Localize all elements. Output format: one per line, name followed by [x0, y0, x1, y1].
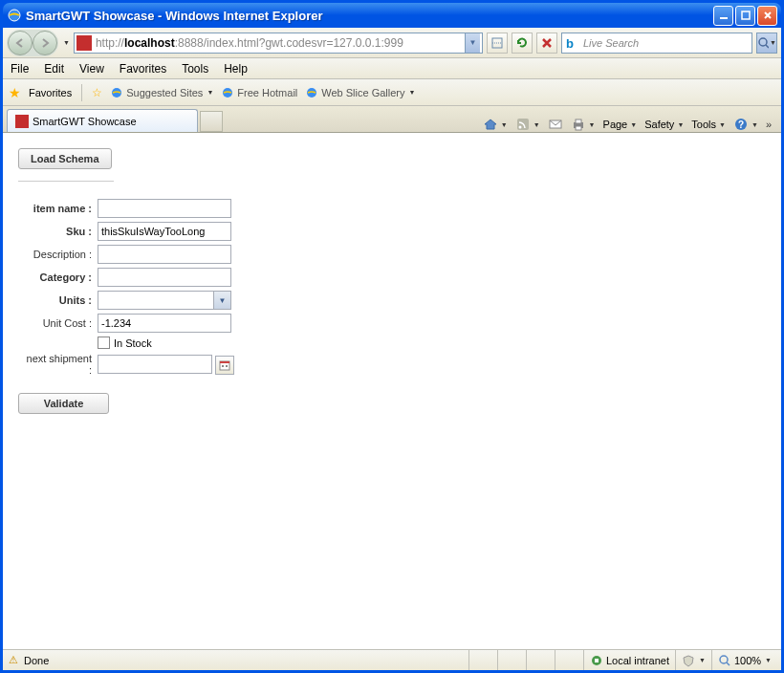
units-select[interactable]: ▼	[98, 291, 231, 310]
tools-menu[interactable]: Tools ▼	[691, 119, 726, 130]
print-button[interactable]: ▼	[571, 117, 596, 132]
chevron-down-icon: ▼	[751, 121, 758, 128]
bing-icon: b	[566, 36, 579, 50]
help-button[interactable]: ? ▼	[733, 117, 758, 132]
search-button[interactable]: ▼	[756, 33, 777, 54]
svg-rect-20	[226, 365, 228, 367]
free-hotmail-link[interactable]: Free Hotmail	[221, 86, 297, 99]
titlebar: SmartGWT Showcase - Windows Internet Exp…	[3, 3, 781, 28]
svg-text:b: b	[566, 36, 574, 50]
menu-edit[interactable]: Edit	[44, 62, 64, 76]
warning-icon: ⚠	[7, 654, 20, 667]
arrow-left-icon	[13, 36, 27, 50]
address-dropdown[interactable]: ▼	[465, 33, 480, 53]
svg-point-10	[518, 126, 521, 129]
help-icon: ?	[733, 117, 749, 132]
load-schema-button[interactable]: Load Schema	[18, 148, 112, 169]
maximize-button[interactable]	[735, 6, 755, 26]
chevron-down-icon: ▼	[765, 657, 772, 663]
svg-rect-14	[576, 126, 581, 130]
date-picker-button[interactable]	[215, 356, 234, 375]
home-button[interactable]: ▼	[483, 117, 508, 132]
chevron-down-icon: ▼	[699, 657, 706, 663]
zoom-control[interactable]: 100% ▼	[711, 650, 777, 670]
validate-button[interactable]: Validate	[18, 393, 109, 414]
status-segment	[526, 650, 555, 670]
magnifier-icon	[718, 654, 731, 667]
site-icon	[76, 35, 92, 51]
ie-small-icon	[305, 86, 318, 99]
stop-button[interactable]	[536, 33, 557, 54]
new-tab-button[interactable]	[200, 111, 223, 132]
menu-view[interactable]: View	[79, 62, 104, 76]
unit-cost-label: Unit Cost :	[18, 312, 95, 335]
nav-history-dropdown[interactable]: ▼	[63, 39, 70, 46]
suggested-sites-link[interactable]: Suggested Sites ▼	[110, 86, 213, 99]
tab-title: SmartGWT Showcase	[33, 116, 137, 127]
back-button[interactable]	[8, 31, 33, 55]
svg-rect-18	[220, 361, 229, 363]
read-mail-button[interactable]	[548, 117, 563, 132]
star-icon: ★	[9, 85, 21, 100]
page-content: Load Schema item name : Sku : Descriptio…	[3, 133, 781, 649]
search-box[interactable]: b Live Search	[561, 33, 752, 54]
status-bar: ⚠ Done Local intranet ▼ 100% ▼	[3, 649, 781, 670]
next-shipment-label: next shipment :	[18, 351, 95, 378]
intranet-icon	[590, 654, 603, 667]
status-segment	[497, 650, 526, 670]
arrow-right-icon	[38, 36, 52, 50]
tab-active[interactable]: SmartGWT Showcase	[7, 109, 198, 132]
magnifier-icon	[757, 36, 769, 50]
svg-text:?: ?	[738, 119, 744, 130]
overflow-chevron[interactable]: »	[766, 119, 772, 130]
chevron-down-icon: ▼	[409, 89, 416, 96]
compat-view-button[interactable]	[487, 33, 508, 54]
print-icon	[571, 117, 586, 132]
forward-button[interactable]	[33, 31, 57, 55]
chevron-down-icon: ▼	[719, 121, 726, 128]
sku-field[interactable]	[98, 222, 231, 241]
sku-label: Sku :	[18, 220, 95, 243]
nav-back-forward	[7, 30, 58, 56]
ie-small-icon	[221, 86, 234, 99]
status-text: ⚠ Done	[7, 654, 468, 667]
unit-cost-field[interactable]	[98, 314, 231, 333]
chevron-down-icon: ▼	[501, 121, 508, 128]
menu-help[interactable]: Help	[224, 62, 248, 76]
page-menu[interactable]: Page ▼	[603, 119, 638, 130]
address-bar[interactable]: http://localhost:8888/index.html?gwt.cod…	[74, 33, 483, 54]
svg-rect-2	[742, 11, 750, 19]
refresh-button[interactable]	[512, 33, 533, 54]
nav-toolbar: ▼ http://localhost:8888/index.html?gwt.c…	[3, 28, 781, 58]
next-shipment-field[interactable]	[98, 355, 212, 374]
item-name-field[interactable]	[98, 199, 231, 218]
minimize-button[interactable]	[713, 6, 733, 26]
menu-file[interactable]: File	[11, 62, 29, 76]
favorites-button[interactable]: Favorites	[29, 87, 72, 98]
description-field[interactable]	[98, 245, 231, 264]
zone-indicator[interactable]: Local intranet	[583, 650, 675, 670]
search-placeholder: Live Search	[583, 37, 639, 49]
window-title: SmartGWT Showcase - Windows Internet Exp…	[26, 9, 713, 23]
ie-icon	[7, 8, 22, 23]
status-segment	[555, 650, 583, 670]
star-add-icon[interactable]: ☆	[92, 86, 102, 99]
tab-bar: SmartGWT Showcase ▼ ▼ ▼	[3, 106, 781, 133]
home-icon	[483, 117, 498, 132]
menu-favorites[interactable]: Favorites	[120, 62, 166, 76]
svg-rect-19	[222, 365, 224, 367]
form: item name : Sku : Description : Category…	[18, 197, 237, 378]
safety-menu[interactable]: Safety ▼	[644, 119, 684, 130]
search-dropdown-icon: ▼	[770, 39, 776, 46]
in-stock-checkbox[interactable]: In Stock	[98, 336, 234, 349]
chevron-down-icon: ▼	[207, 89, 213, 96]
close-button[interactable]	[757, 6, 777, 26]
status-segment	[468, 650, 497, 670]
web-slice-link[interactable]: Web Slice Gallery ▼	[305, 86, 415, 99]
browser-window: SmartGWT Showcase - Windows Internet Exp…	[0, 0, 784, 673]
feeds-button[interactable]: ▼	[515, 117, 540, 132]
protected-mode[interactable]: ▼	[675, 650, 711, 670]
category-field[interactable]	[98, 268, 231, 287]
refresh-icon	[515, 36, 529, 50]
menu-tools[interactable]: Tools	[182, 62, 208, 76]
